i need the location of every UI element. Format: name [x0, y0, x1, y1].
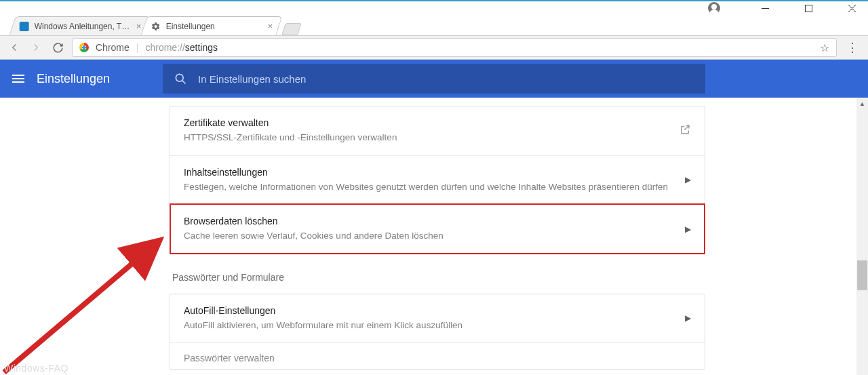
row-subtitle: AutoFill aktivieren, um Webformulare mit… — [184, 319, 685, 332]
nav-back-button[interactable] — [7, 40, 22, 55]
chevron-right-icon: ▶ — [685, 224, 691, 234]
window-maximize-button[interactable] — [796, 1, 821, 15]
annotation-arrow-icon — [0, 220, 175, 375]
settings-card-privacy: Zertifikate verwalten HTTPS/SSL-Zertifik… — [170, 106, 705, 254]
row-zertifikate-verwalten[interactable]: Zertifikate verwalten HTTPS/SSL-Zertifik… — [170, 106, 705, 155]
close-tab-icon[interactable]: × — [136, 21, 142, 31]
browser-menu-button[interactable]: ⋮ — [844, 40, 861, 55]
close-tab-icon[interactable]: × — [268, 21, 273, 31]
tab-einstellungen[interactable]: Einstellungen × — [140, 16, 282, 35]
row-autofill-einstellungen[interactable]: AutoFill-Einstellungen AutoFill aktivier… — [170, 294, 705, 343]
svg-line-7 — [4, 243, 156, 372]
svg-rect-1 — [805, 5, 812, 12]
search-icon — [174, 72, 187, 85]
row-subtitle: Cache leeren sowie Verlauf, Cookies und … — [184, 229, 685, 243]
watermark: Windows-FAQ — [4, 363, 68, 374]
row-browserdaten-loeschen[interactable]: Browserdaten löschen Cache leeren sowie … — [170, 204, 705, 254]
bookmark-star-icon[interactable]: ☆ — [820, 41, 829, 54]
row-title: AutoFill-Einstellungen — [184, 305, 685, 316]
address-bar[interactable]: Chrome | chrome://settings ☆ — [72, 38, 837, 57]
row-subtitle: Festlegen, welche Informationen von Webs… — [184, 180, 685, 194]
external-link-icon — [679, 123, 691, 138]
tab-label: Windows Anleitungen, T… — [35, 22, 130, 31]
settings-search-input[interactable]: In Einstellungen suchen — [163, 64, 705, 94]
gear-icon — [151, 22, 161, 31]
section-header-passwoerter: Passwörter und Formulare — [170, 272, 705, 294]
row-title: Inhaltseinstellungen — [184, 167, 685, 178]
row-title: Zertifikate verwalten — [184, 117, 679, 128]
scroll-up-icon[interactable]: ▲ — [856, 98, 868, 109]
scrollbar-thumb[interactable] — [857, 260, 867, 290]
omnibox-label: Chrome — [96, 42, 130, 53]
favicon-icon — [20, 22, 29, 31]
chevron-right-icon: ▶ — [685, 175, 691, 184]
settings-header: Einstellungen In Einstellungen suchen — [0, 60, 868, 98]
row-subtitle: HTTPS/SSL-Zertifikate und -Einstellungen… — [184, 131, 679, 144]
row-inhaltseinstellungen[interactable]: Inhaltseinstellungen Festlegen, welche I… — [170, 155, 705, 205]
browser-toolbar: Chrome | chrome://settings ☆ ⋮ — [0, 35, 868, 60]
row-title: Passwörter verwalten — [184, 353, 691, 363]
svg-point-4 — [176, 74, 183, 81]
nav-forward-button — [28, 40, 43, 55]
chevron-right-icon: ▶ — [685, 313, 691, 323]
svg-line-5 — [182, 81, 186, 84]
search-placeholder: In Einstellungen suchen — [198, 73, 306, 85]
window-close-button[interactable] — [840, 1, 864, 15]
profile-avatar-icon[interactable] — [708, 2, 720, 14]
browser-tabstrip: Windows Anleitungen, T… × Einstellungen … — [0, 15, 868, 35]
page-title: Einstellungen — [37, 72, 110, 86]
nav-reload-button[interactable] — [50, 40, 65, 55]
omnibox-scheme: chrome:// — [145, 42, 184, 53]
settings-content: ▲ Zertifikate verwalten HTTPS/SSL-Zertif… — [0, 98, 868, 375]
hamburger-menu-icon[interactable] — [12, 75, 24, 83]
tab-windows-anleitungen[interactable]: Windows Anleitungen, T… × — [9, 16, 151, 35]
window-titlebar — [0, 0, 868, 15]
row-passwoerter-verwalten[interactable]: Passwörter verwalten — [170, 342, 705, 369]
scrollbar-track[interactable]: ▲ — [856, 98, 868, 375]
row-title: Browserdaten löschen — [184, 216, 685, 226]
new-tab-button[interactable] — [281, 23, 302, 35]
tab-label: Einstellungen — [166, 22, 215, 31]
window-minimize-button[interactable] — [753, 1, 777, 15]
settings-card-forms: AutoFill-Einstellungen AutoFill aktivier… — [170, 294, 705, 370]
omnibox-page: settings — [185, 42, 218, 53]
chrome-icon — [79, 43, 89, 52]
